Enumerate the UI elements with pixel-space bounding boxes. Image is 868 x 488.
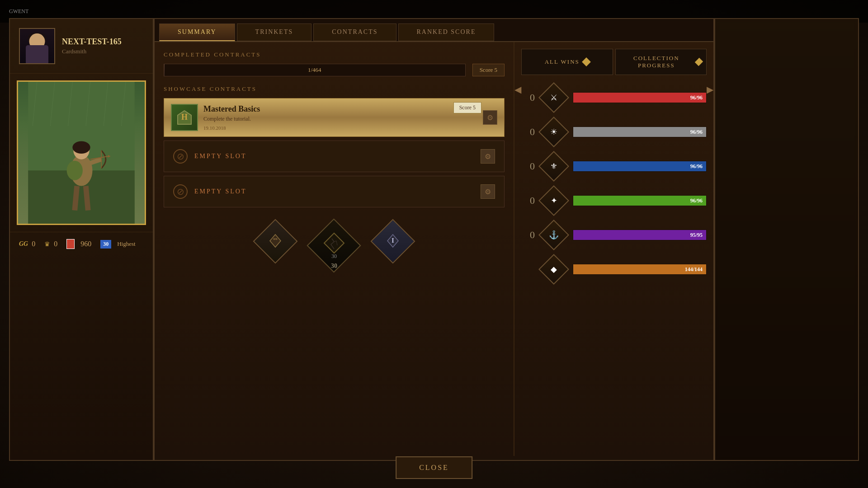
svg-text:I: I [392,237,394,244]
contract-title: Mastered Basics [203,104,477,114]
faction-row-2: 0 ⚜ 96/96 [521,153,707,180]
collection-progress-button[interactable]: COLLECTION PROGRESS [615,49,707,75]
tab-trinkets[interactable]: TRINKETS [237,23,312,41]
player-name: NEXT-TEST-165 [62,37,122,47]
badge-1-content: 0/6 [267,233,283,250]
badges-row: 0/6 30 [164,212,505,280]
faction-row-1: 0 ☀ 96/96 [521,118,707,145]
faction-rows: 0 ⚔ 96/96 0 ☀ 96/96 0 ⚜ 96/96 [521,84,707,283]
rank-badge: 30 [100,240,111,249]
svg-line-14 [86,186,88,211]
crown-value: 0 [54,240,57,248]
empty-slot-1: ⊘ EMPTY SLOT ⚙ [164,141,505,172]
faction-progress-fill-1 [573,127,706,137]
faction-icon-5: ◆ [551,264,557,274]
score-badge: Score 5 [472,64,505,76]
progress-bar-container: 1/464 [164,64,466,76]
contract-date: 19.10.2018 [203,125,477,131]
right-panel [714,18,859,461]
faction-diamond-1: ☀ [540,118,567,145]
contract-icon: H [171,104,198,131]
contracts-panel: COMPLETED CONTRACTS 1/464 Score 5 SHOWCA… [155,42,514,456]
player-panel: NEXT-TEST-165 Cardsmith 5 [9,18,154,461]
empty-slot-text-2: EMPTY SLOT [194,188,246,195]
faction-row-0: 0 ⚔ 96/96 [521,84,707,111]
faction-row-5: ◆ 144/144 [521,256,707,283]
empty-slot-2: ⊘ EMPTY SLOT ⚙ [164,176,505,207]
faction-progress-text-3: 96/96 [690,197,703,204]
right-panel-blur [715,19,858,460]
wins-header: ALL WINS COLLECTION PROGRESS [521,49,707,75]
badge-3-content: I [385,233,401,250]
ore-value: 960 [80,240,91,248]
nav-arrow-left[interactable]: ◀ [514,84,521,95]
completed-contracts-header: COMPLETED CONTRACTS [164,51,505,58]
card-art-svg [18,82,145,224]
faction-progress-5: 144/144 [573,264,707,275]
faction-progress-fill-3 [573,196,706,206]
gg-stat: GG 0 [19,239,35,249]
showcase-header: SHOWCASE CONTRACTS [164,85,505,93]
contract-score-inline: Score 5 [453,102,481,113]
faction-progress-fill-4 [573,230,706,240]
tab-ranked-score[interactable]: RANKED SCORE [398,23,495,41]
empty-slot-icon-2: ⊘ [173,184,188,199]
player-info: NEXT-TEST-165 Cardsmith [62,37,122,55]
tab-bar: SUMMARY TRINKETS CONTRACTS RANKED SCORE [155,19,713,42]
contract-gear-icon[interactable]: ⚙ [483,110,497,125]
tab-summary[interactable]: SUMMARY [159,23,235,41]
gg-value: 0 [32,240,35,248]
crown-icon: ♛ [44,240,50,248]
badge-3: I [373,221,413,262]
gg-icon: GG [19,240,28,248]
all-wins-label: ALL WINS [545,58,580,66]
faction-icon-3: ✦ [551,196,557,206]
contract-info: Mastered Basics Complete the tutorial. 1… [203,104,477,131]
avatar-body [26,45,48,63]
content-area: COMPLETED CONTRACTS 1/464 Score 5 SHOWCA… [155,42,713,456]
card-art [18,82,145,224]
ore-icon [66,239,75,249]
faction-row-3: 0 ✦ 96/96 [521,187,707,214]
empty-slot-gear-1[interactable]: ⚙ [481,149,495,164]
faction-progress-1: 96/96 [573,127,707,137]
wins-panel: ALL WINS COLLECTION PROGRESS ◀ ▶ 0 ⚔ [514,42,713,456]
badge-1: 0/6 [255,221,296,262]
close-button[interactable]: CLOSE [396,456,472,479]
nav-arrow-right[interactable]: ▶ [707,84,713,95]
faction-count-0: 0 [521,92,535,103]
faction-icon-4: ⚓ [549,230,559,240]
faction-progress-text-0: 96/96 [690,94,703,101]
faction-progress-text-5: 144/144 [685,266,703,273]
all-wins-diamond [582,57,591,66]
stats-row: GG 0 ♛ 0 960 30 Highest [10,232,153,256]
ore-stat: 960 [66,239,91,249]
main-panel: SUMMARY TRINKETS CONTRACTS RANKED SCORE … [154,18,714,461]
progress-bar-fill [164,64,165,76]
tab-contracts[interactable]: CONTRACTS [313,23,396,41]
faction-icon-0: ⚔ [550,93,557,103]
contract-icon-svg: H [175,108,193,127]
faction-icon-1: ☀ [550,127,557,137]
all-wins-button[interactable]: ALL WINS [521,49,613,75]
faction-icon-2: ⚜ [550,161,557,171]
collection-progress-diamond [695,58,703,66]
empty-slot-text-1: EMPTY SLOT [194,153,246,160]
faction-diamond-5: ◆ [540,256,567,283]
empty-slot-gear-2[interactable]: ⚙ [481,184,495,199]
avatar [19,28,55,64]
contract-card-mastered-basics: H Mastered Basics Complete the tutorial.… [164,98,505,137]
rank-label: Highest [117,240,135,248]
faction-progress-0: 96/96 [573,92,707,103]
contract-description: Complete the tutorial. [203,116,477,122]
empty-slot-icon-1: ⊘ [173,149,188,164]
player-card: 5 [17,80,146,225]
progress-row: 1/464 Score 5 [164,64,505,76]
faction-progress-text-2: 96/96 [690,163,703,170]
collection-progress-label: COLLECTION PROGRESS [620,55,693,69]
svg-line-13 [75,186,77,211]
avatar-person [20,29,54,63]
svg-point-15 [67,161,83,180]
faction-progress-fill-0 [573,93,706,103]
faction-count-1: 0 [521,126,535,138]
